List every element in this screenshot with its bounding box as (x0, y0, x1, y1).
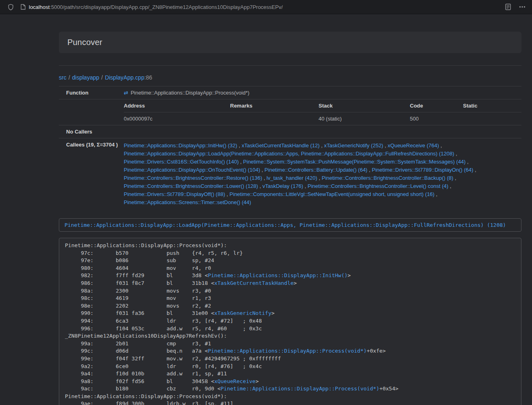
stats-value-address: 0x0000097c (124, 112, 230, 125)
callee-link[interactable]: Pinetime::Applications::Screens::Timer::… (124, 199, 251, 205)
url-bar[interactable]: localhost:5000/path/src/displayapp/Displ… (14, 0, 505, 14)
no-callers-row: No Callers (59, 125, 521, 138)
menu-dots-icon[interactable] (519, 6, 526, 8)
url-path: :5000/path/src/displayapp/DisplayApp.cpp… (50, 4, 283, 10)
stats-values-row: 0x0000097c 40 (static) 500 (124, 112, 521, 125)
callee-link[interactable]: Pinetime::Controllers::BrightnessControl… (124, 183, 258, 189)
disassembly-symbol-link[interactable]: Pinetime::Applications::DisplayApp::Proc… (208, 348, 366, 354)
url-text: localhost:5000/path/src/displayapp/Displ… (29, 4, 283, 10)
function-name: Pinetime::Applications::DisplayApp::Proc… (131, 90, 250, 96)
stats-row-spacer (59, 99, 124, 125)
function-row: Function ⇄ Pinetime::Applications::Displ… (59, 86, 521, 99)
breadcrumb-link[interactable]: src (59, 74, 67, 81)
reader-mode-icon[interactable] (505, 4, 511, 10)
stats-value-stack: 40 (static) (319, 112, 410, 125)
breadcrumb-line-number: :86 (144, 74, 152, 81)
divider (59, 65, 521, 66)
callee-link[interactable]: Pinetime::Drivers::St7789::DisplayOn() (… (372, 167, 473, 173)
disassembly-symbol-link[interactable]: xTaskGenericNotify (214, 310, 271, 316)
page-favicon-icon (21, 4, 26, 10)
no-callers-label: No Callers (59, 125, 124, 138)
function-label: Function (59, 86, 124, 99)
stats-header-stack: Stack (319, 99, 410, 112)
stats-header-code: Code (410, 99, 463, 112)
breadcrumb-separator: / (101, 74, 103, 81)
callee-link[interactable]: Pinetime::Controllers::Battery::Update()… (265, 167, 368, 173)
page-header: Puncover (59, 32, 521, 53)
callees-label: Callees (19, Σ=3704 ) (59, 138, 124, 210)
shield-icon[interactable] (8, 4, 14, 11)
callees-row: Callees (19, Σ=3704 ) Pinetime::Applicat… (59, 138, 521, 210)
callee-link[interactable]: Pinetime::Controllers::BrightnessControl… (322, 175, 453, 181)
callee-link[interactable]: Pinetime::Drivers::Cst816S::GetTouchInfo… (124, 159, 239, 165)
breadcrumb-link[interactable]: displayapp (72, 74, 99, 81)
callee-link[interactable]: Pinetime::Controllers::BrightnessControl… (124, 175, 262, 181)
highlighted-callee-link[interactable]: Pinetime::Applications::DisplayApp::Load… (65, 222, 506, 228)
stats-value-remarks (230, 112, 319, 125)
stats-value-code: 500 (410, 112, 463, 125)
callee-link[interactable]: Pinetime::Applications::DisplayApp::Load… (124, 151, 454, 157)
callee-link[interactable]: Pinetime::Components::LittleVgl::SetNewT… (230, 191, 435, 197)
stats-header-address: Address (124, 99, 230, 112)
breadcrumb-link[interactable]: DisplayApp.cpp (105, 74, 144, 81)
disassembly-symbol-link[interactable]: xQueueReceive (214, 378, 256, 384)
disassembly-symbol-link[interactable]: Pinetime::Applications::DisplayApp::Init… (208, 272, 347, 278)
breadcrumb: src/displayapp/DisplayApp.cpp:86 (59, 74, 521, 81)
callee-link[interactable]: xTaskGenericNotify (252) (324, 142, 383, 149)
stats-table: Address Remarks Stack Code Static 0x0000… (124, 99, 521, 125)
disassembly-code: Pinetime::Applications::DisplayApp::Proc… (59, 238, 521, 405)
function-name-cell: ⇄ Pinetime::Applications::DisplayApp::Pr… (124, 90, 521, 96)
callees-list: Pinetime::Applications::DisplayApp::Init… (124, 138, 521, 210)
callee-link[interactable]: Pinetime::System::SystemTask::PushMessag… (243, 159, 465, 165)
page-title: Puncover (67, 38, 513, 47)
callee-link[interactable]: Pinetime::Applications::DisplayApp::Init… (124, 142, 237, 149)
highlighted-callee-box: Pinetime::Applications::DisplayApp::Load… (59, 218, 521, 232)
callee-link[interactable]: Pinetime::Controllers::BrightnessControl… (308, 183, 448, 189)
stats-header-row: Address Remarks Stack Code Static (124, 99, 521, 112)
topbar-actions (505, 4, 526, 10)
breadcrumb-separator: / (69, 74, 70, 81)
stats-header-static: Static (463, 99, 521, 112)
main-content: Puncover src/displayapp/DisplayApp.cpp:8… (59, 32, 521, 405)
browser-topbar: localhost:5000/path/src/displayapp/Displ… (0, 0, 532, 14)
callee-link[interactable]: Pinetime::Applications::DisplayApp::OnTo… (124, 167, 260, 173)
stats-row: Address Remarks Stack Code Static 0x0000… (59, 99, 521, 125)
callee-link[interactable]: Pinetime::Drivers::St7789::DisplayOff() … (124, 191, 225, 197)
disassembly-symbol-link[interactable]: xTaskGetCurrentTaskHandle (214, 280, 294, 286)
stats-header-remarks: Remarks (230, 99, 319, 112)
function-type-icon: ⇄ (124, 90, 128, 95)
url-host: localhost (29, 4, 50, 10)
symbol-detail-table: Function ⇄ Pinetime::Applications::Displ… (59, 86, 521, 210)
stats-value-static (463, 112, 521, 125)
callee-link[interactable]: lv_task_handler (420) (267, 175, 317, 181)
callee-link[interactable]: vTaskDelay (176) (263, 183, 303, 189)
disassembly-symbol-link[interactable]: Pinetime::Applications::DisplayApp::Proc… (221, 386, 379, 392)
callee-link[interactable]: xQueueReceive (764) (388, 142, 439, 149)
callee-link[interactable]: xTaskGetCurrentTaskHandle (12) (241, 142, 319, 149)
